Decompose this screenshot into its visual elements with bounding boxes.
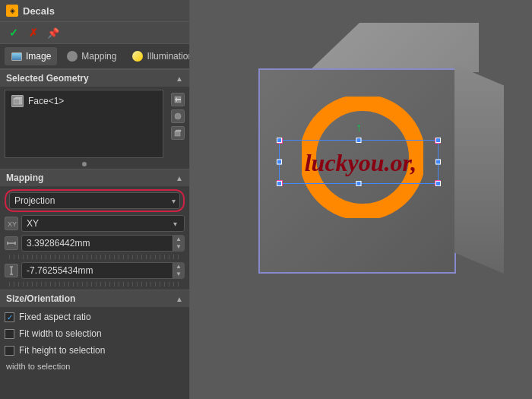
pin-icon: 📌 (47, 27, 59, 39)
tabs-section: Image Mapping Illumination (0, 44, 189, 69)
mapping-content: Projection ▾ XY XY ▾ (0, 186, 189, 290)
selection-handle-br[interactable] (435, 181, 441, 186)
panel-content: Image Mapping Illumination Selected (0, 44, 189, 399)
height-up-button[interactable]: ▲ (173, 263, 184, 271)
selection-handle-bl[interactable] (277, 181, 282, 186)
selection-handle-tr[interactable] (435, 138, 441, 143)
selected-geometry-title: Selected Geometry (6, 73, 89, 84)
width-input-wrapper: ▲ ▼ (21, 235, 185, 252)
tab-image[interactable]: Image (5, 47, 57, 65)
toolbar: ✓ ✗ 📌 (0, 22, 189, 44)
cancel-button[interactable]: ✗ (26, 25, 41, 40)
viewport: luckyou.or, ↑ (190, 0, 532, 399)
svg-rect-6 (175, 131, 180, 136)
xy-icon: XY (5, 217, 18, 230)
height-spinners: ▲ ▼ (173, 263, 184, 278)
mapping-chevron-icon: ▲ (176, 174, 183, 182)
transform-up-arrow-icon: ↑ (356, 122, 362, 134)
geometry-box: Face<1> (5, 90, 163, 158)
mapping-section-header[interactable]: Mapping ▲ (0, 169, 189, 186)
check-icon: ✓ (9, 27, 18, 39)
image-icon-shape (11, 52, 22, 61)
height-input[interactable] (21, 262, 185, 279)
width-icon (5, 236, 18, 250)
selection-box[interactable]: ↑ (279, 140, 439, 184)
width-input[interactable] (21, 235, 185, 252)
fit-height-checkbox[interactable] (5, 346, 14, 356)
bottom-status-label: width to selection (6, 362, 70, 371)
box-right-face (454, 65, 504, 274)
selection-handle-lm[interactable] (277, 160, 282, 165)
height-row: ▲ ▼ (5, 262, 185, 279)
height-down-button[interactable]: ▼ (173, 271, 184, 278)
svg-text:XY: XY (8, 220, 17, 228)
mapping-icon-shape (67, 51, 78, 62)
image-tab-label: Image (26, 51, 51, 62)
fit-height-label: Fit height to selection (19, 345, 105, 356)
geometry-side-icons (171, 93, 185, 140)
width-down-button[interactable]: ▼ (173, 243, 184, 251)
box-front-face: luckyou.or, ↑ (258, 68, 456, 274)
fit-width-checkbox[interactable] (5, 329, 14, 339)
3d-box-container: luckyou.or, ↑ (236, 23, 502, 342)
fixed-aspect-row: Fixed aspect ratio (5, 310, 185, 324)
geometry-item: Face<1> (8, 93, 160, 109)
selected-geometry-header[interactable]: Selected Geometry ▲ (0, 69, 189, 87)
geometry-btn-3[interactable] (171, 126, 185, 140)
size-orientation-header[interactable]: Size/Orientation ▲ (0, 290, 189, 307)
decals-icon: ◈ (6, 5, 18, 17)
image-tab-icon (11, 50, 23, 62)
x-icon: ✗ (29, 27, 38, 39)
xy-row: XY XY ▾ (5, 215, 185, 232)
scroll-dot (82, 162, 87, 166)
selection-handle-tl[interactable] (277, 138, 282, 143)
svg-point-5 (175, 113, 181, 119)
width-up-button[interactable]: ▲ (173, 236, 184, 243)
confirm-button[interactable]: ✓ (6, 25, 21, 40)
height-icon (5, 264, 18, 277)
svg-rect-0 (14, 99, 20, 104)
height-input-wrapper: ▲ ▼ (21, 262, 185, 279)
illum-tab-icon-wrapper (131, 50, 144, 62)
left-panel: ◈ Decals ? ✓ ✗ 📌 Image (0, 0, 190, 399)
xy-select[interactable]: XY (21, 215, 185, 232)
fixed-aspect-checkbox[interactable] (5, 312, 14, 322)
tab-row: Image Mapping Illumination (0, 44, 189, 68)
svg-marker-7 (175, 130, 181, 131)
fit-width-row: Fit width to selection (5, 327, 185, 340)
selection-handle-bm[interactable] (356, 181, 362, 186)
bottom-status-text: width to selection (0, 360, 189, 374)
illumination-tab-label: Illumination (147, 51, 189, 62)
tab-mapping[interactable]: Mapping (60, 47, 122, 65)
width-spinners: ▲ ▼ (173, 236, 184, 251)
projection-wrapper: Projection ▾ (5, 189, 185, 212)
illum-icon-shape (132, 51, 143, 62)
selection-handle-rm[interactable] (435, 160, 441, 165)
geometry-section-body: Face<1> (0, 90, 168, 167)
size-chevron-icon: ▲ (176, 295, 183, 303)
fit-height-row: Fit height to selection (5, 344, 185, 357)
projection-select[interactable]: Projection (9, 192, 180, 209)
panel-header-left: ◈ Decals (6, 5, 55, 17)
mapping-section-title: Mapping (6, 173, 43, 183)
face-label: Face<1> (28, 96, 64, 106)
box-top-face (308, 23, 479, 72)
width-row: ▲ ▼ (5, 235, 185, 252)
geometry-btn-1[interactable] (171, 93, 185, 106)
size-content: Fixed aspect ratio Fit width to selectio… (0, 307, 189, 360)
panel-title: Decals (23, 5, 55, 17)
size-orientation-title: Size/Orientation (6, 293, 75, 304)
mapping-tab-label: Mapping (81, 51, 116, 62)
mapping-tab-icon-wrapper (66, 50, 78, 62)
tick-marks-1 (9, 255, 180, 259)
selection-handle-tm[interactable] (356, 138, 362, 143)
fixed-aspect-label: Fixed aspect ratio (19, 312, 91, 322)
geometry-btn-2[interactable] (171, 109, 185, 123)
tab-illumination[interactable]: Illumination (125, 47, 189, 65)
scroll-indicator (0, 161, 168, 167)
pin-button[interactable]: 📌 (46, 25, 61, 40)
panel-header: ◈ Decals ? (0, 0, 189, 22)
xy-select-wrapper: XY ▾ (21, 215, 185, 232)
face-icon (11, 95, 24, 107)
tick-marks-2 (9, 282, 180, 287)
